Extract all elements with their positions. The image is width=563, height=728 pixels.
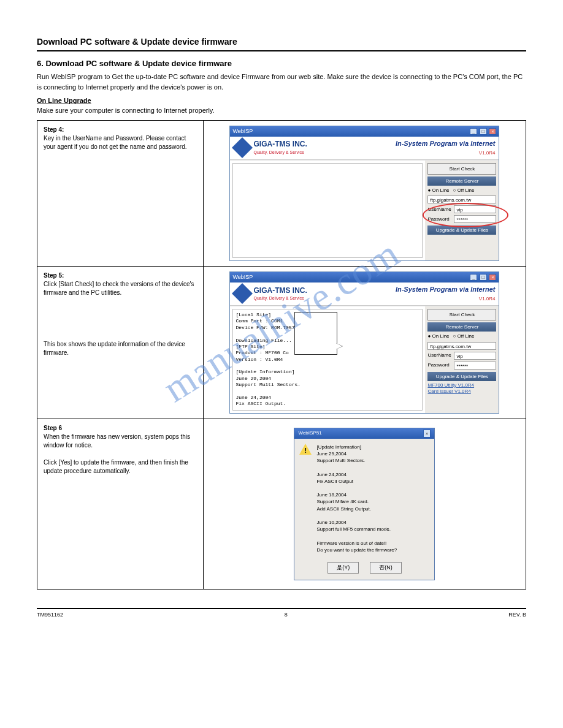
online-radio[interactable]: ● On Line bbox=[427, 333, 449, 339]
titlebar: WebISP _ □ × bbox=[230, 272, 499, 282]
close-icon[interactable]: × bbox=[489, 128, 496, 135]
webisp-window-1: WebISP _ □ × GIGA-TMS INC. Quality, bbox=[229, 126, 499, 261]
step6-left: Step 6 When the firmware has new version… bbox=[37, 419, 204, 589]
upgrade-files-header: Upgrade & Update Files bbox=[427, 226, 496, 235]
callout-balloon bbox=[294, 312, 337, 355]
step5-right: WebISP _ □ × GIGA-TMS INC. Quality, bbox=[203, 267, 526, 419]
step4-left: Step 4: Key in the UserName and Password… bbox=[37, 121, 204, 267]
username-field[interactable]: vip bbox=[454, 205, 496, 213]
program-title: In-System Program via Internet bbox=[396, 139, 496, 148]
footer-doc-id: TM951162 bbox=[37, 612, 63, 618]
company-name: GIGA-TMS INC. bbox=[253, 286, 307, 296]
footer-divider bbox=[37, 608, 526, 609]
dialog-titlebar: WebISP51 × bbox=[294, 428, 434, 439]
divider bbox=[37, 50, 526, 51]
online-radio[interactable]: ● On Line bbox=[427, 187, 449, 194]
sub-heading: On Line Upgrade bbox=[37, 97, 526, 104]
step5-text1: Click [Start Check] to check the version… bbox=[44, 281, 194, 296]
password-field[interactable]: ****** bbox=[454, 215, 496, 223]
titlebar: WebISP _ □ × bbox=[230, 126, 499, 137]
remote-server-header: Remote Server bbox=[427, 176, 496, 186]
upgrade-files-header: Upgrade & Update Files bbox=[427, 372, 496, 381]
company-slogan: Quality, Delivery & Service bbox=[253, 295, 307, 301]
dialog-text: June 10,2004 bbox=[316, 519, 429, 526]
dialog-text: Add ASCII String Output. bbox=[316, 506, 429, 512]
close-icon[interactable]: × bbox=[489, 274, 496, 281]
minimize-icon[interactable]: _ bbox=[470, 274, 477, 281]
log-line: June 24,2004 bbox=[236, 395, 419, 401]
log-pane: [Local Site] Comm Port : COM1 Device F/W… bbox=[232, 309, 423, 411]
step5-label: Step 5: bbox=[44, 272, 64, 279]
remote-server-header: Remote Server bbox=[427, 322, 496, 332]
dialog-text: Support Multi Sectors. bbox=[316, 457, 429, 464]
company-logo-icon bbox=[234, 139, 251, 156]
password-field[interactable]: ****** bbox=[454, 362, 496, 370]
log-pane bbox=[232, 163, 423, 259]
steps-table: Step 4: Key in the UserName and Password… bbox=[37, 120, 526, 590]
program-version: V1.0R4 bbox=[396, 150, 496, 156]
side-panel: Start Check Remote Server ● On Line ○ Of… bbox=[425, 161, 499, 261]
dialog-text: June 24,2004 bbox=[316, 471, 429, 478]
ftp-field[interactable]: ftp.gigatms.com.tw bbox=[427, 195, 496, 203]
log-line: Version : V1.0R4 bbox=[236, 357, 419, 363]
log-line: Fix ASCII Output. bbox=[236, 401, 419, 407]
log-line: Support Multi Sectors. bbox=[236, 382, 419, 388]
upgrade-file-list: MF700 Utility V1.0R4 Card Issuer V1.0R4 bbox=[427, 382, 496, 404]
dialog-warning: Firmware version is out of date!! bbox=[316, 540, 429, 547]
window-title: WebISP bbox=[232, 273, 253, 281]
username-field[interactable]: vip bbox=[454, 352, 496, 360]
upgrade-file-link[interactable]: Card Issuer V1.0R4 bbox=[427, 389, 496, 395]
dialog-title: WebISP51 bbox=[298, 430, 321, 438]
step6-text2: Click [Yes] to update the firmware, and … bbox=[44, 459, 188, 474]
sub-intro: Make sure your computer is connecting to… bbox=[37, 107, 526, 114]
webisp-window-2: WebISP _ □ × GIGA-TMS INC. Quality, bbox=[229, 271, 499, 413]
minimize-icon[interactable]: _ bbox=[470, 128, 477, 135]
maximize-icon[interactable]: □ bbox=[480, 128, 487, 135]
program-title: In-System Program via Internet bbox=[396, 285, 496, 294]
close-icon[interactable]: × bbox=[423, 430, 431, 438]
no-button[interactable]: 否(N) bbox=[370, 562, 402, 574]
upgrade-file-link[interactable]: MF700 Utility V1.0R4 bbox=[427, 382, 496, 389]
offline-radio[interactable]: ○ Off Line bbox=[453, 333, 475, 339]
ftp-field[interactable]: ftp.gigatms.com.tw bbox=[427, 342, 496, 350]
intro-text: Run WebISP program to Get the up-to-date… bbox=[37, 72, 526, 92]
dialog-text: Support Mifare 4K card. bbox=[316, 498, 429, 505]
footer-revision: REV. B bbox=[508, 612, 526, 618]
step4-right: WebISP _ □ × GIGA-TMS INC. Quality, bbox=[203, 121, 526, 267]
yes-button[interactable]: 是(Y) bbox=[327, 562, 359, 574]
banner: GIGA-TMS INC. Quality, Delivery & Servic… bbox=[230, 282, 499, 306]
step4-label: Step 4: bbox=[44, 126, 64, 133]
dialog-text: June 29,2004 bbox=[316, 450, 429, 457]
maximize-icon[interactable]: □ bbox=[480, 274, 487, 281]
update-dialog: WebISP51 × [Update Information] June 29,… bbox=[294, 428, 435, 580]
username-label: UserName bbox=[427, 352, 452, 358]
password-label: Password bbox=[427, 216, 452, 222]
company-logo-icon bbox=[234, 285, 251, 302]
step5-text2: This box shows the update information of… bbox=[44, 341, 185, 356]
dialog-section-header: [Update Information] bbox=[316, 444, 429, 450]
company-name: GIGA-TMS INC. bbox=[253, 139, 307, 150]
start-check-button[interactable]: Start Check bbox=[427, 163, 496, 175]
step4-text: Key in the UserName and Password. Please… bbox=[44, 135, 187, 150]
dialog-warning: Do you want to update the firmware? bbox=[316, 547, 429, 553]
start-check-button[interactable]: Start Check bbox=[427, 309, 496, 320]
window-title: WebISP bbox=[232, 127, 253, 135]
program-version: V1.0R4 bbox=[396, 295, 496, 302]
step6-right: WebISP51 × [Update Information] June 29,… bbox=[203, 419, 526, 589]
password-label: Password bbox=[427, 362, 452, 368]
section-title: 6. Download PC software & Update device … bbox=[37, 59, 526, 68]
page-title: Download PC software & Update device fir… bbox=[37, 37, 526, 47]
offline-radio[interactable]: ○ Off Line bbox=[453, 187, 475, 194]
footer-page-number: 8 bbox=[285, 612, 288, 618]
step6-text1: When the firmware has new version, syste… bbox=[44, 433, 190, 449]
log-line: [Update Information] bbox=[236, 369, 419, 375]
side-panel: Start Check Remote Server ● On Line ○ Of… bbox=[425, 306, 499, 413]
dialog-text: Fix ASCII Output bbox=[316, 478, 429, 485]
step6-label: Step 6 bbox=[44, 425, 62, 431]
company-slogan: Quality, Delivery & Service bbox=[253, 150, 307, 156]
step5-left: Step 5: Click [Start Check] to check the… bbox=[37, 267, 204, 419]
dialog-text: Support full MF5 command mode. bbox=[316, 526, 429, 533]
username-label: UserName bbox=[427, 206, 452, 213]
banner: GIGA-TMS INC. Quality, Delivery & Servic… bbox=[230, 137, 499, 160]
warning-icon bbox=[299, 444, 312, 456]
